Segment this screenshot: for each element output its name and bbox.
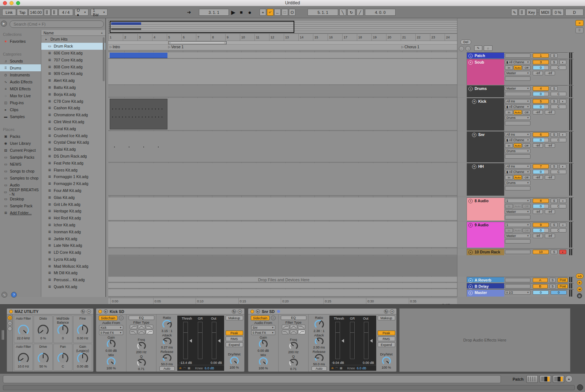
- macro-value[interactable]: 0.00 Hz: [77, 336, 88, 340]
- re-enable-automation-button[interactable]: ←: [274, 9, 281, 16]
- macro-value[interactable]: 22.0 kHz: [17, 336, 30, 340]
- group-icon[interactable]: ≡: [468, 87, 473, 91]
- filter-lowshelf-icon[interactable]: [130, 325, 137, 329]
- q-knob[interactable]: [289, 359, 298, 367]
- activity-view-icon[interactable]: ılı: [179, 366, 181, 370]
- solo-button[interactable]: S: [551, 199, 558, 203]
- list-item[interactable]: ⊞Clint West Kit.adg: [41, 118, 105, 125]
- locator-intro[interactable]: ▷Intro: [110, 45, 120, 49]
- thresh-meter[interactable]: [183, 322, 188, 359]
- input-select[interactable]: All Ins▼: [505, 99, 531, 103]
- stop-button[interactable]: ■: [238, 9, 244, 16]
- scrub-area[interactable]: ▷◁: [108, 41, 457, 45]
- volume-field[interactable]: -inf: [545, 110, 555, 114]
- close-window-button[interactable]: [3, 1, 7, 5]
- device-header[interactable]: MAZ UTILITY ↻▪: [7, 309, 93, 314]
- collapsed-view-icon[interactable]: ▦: [188, 366, 190, 370]
- lane-snr[interactable]: [108, 131, 457, 162]
- midi-channel-select[interactable]: ▮ All Channe▼: [505, 105, 531, 109]
- pan-center[interactable]: C: [551, 65, 566, 70]
- list-item[interactable]: ⊞Cashon Kit.adg: [41, 105, 105, 112]
- solo-button[interactable]: S: [551, 86, 558, 91]
- lane-8-audio[interactable]: [108, 197, 457, 220]
- list-item[interactable]: ⊞Jarble Kit.adg: [41, 235, 105, 242]
- sidebar-item[interactable]: ♫ Sounds: [0, 57, 41, 64]
- pan-knob[interactable]: 0: [533, 170, 549, 174]
- sidebar-item[interactable]: ⊞ Add Folder...: [0, 209, 41, 216]
- fold-icon[interactable]: ▾: [472, 133, 476, 137]
- loop-start-handle[interactable]: ▷: [169, 41, 171, 44]
- list-item[interactable]: ⊞Late Nite Kit.adg: [41, 242, 105, 249]
- solo-button[interactable]: S: [551, 99, 558, 103]
- list-item[interactable]: ⊞Grit Life KIt.adg: [41, 201, 105, 208]
- sidebar-item[interactable]: ▭ NEWS: [0, 161, 41, 167]
- makeup-toggle[interactable]: Makeup: [226, 316, 243, 320]
- filter-highpass-icon[interactable]: [298, 330, 305, 334]
- list-item[interactable]: ⊞Four AM Kit.adg: [41, 187, 105, 194]
- overdub-button[interactable]: +: [260, 9, 266, 16]
- list-item[interactable]: ⊞Coral Kit.adg: [41, 125, 105, 132]
- hot-swap-icon[interactable]: ↻: [81, 309, 85, 314]
- pan-center[interactable]: C: [551, 105, 566, 109]
- input-select[interactable]: All Ins▼: [505, 164, 531, 169]
- tempo-field[interactable]: 140.00: [29, 9, 43, 16]
- macro-value[interactable]: 0 %: [40, 336, 46, 340]
- volume-field[interactable]: -inf: [545, 71, 555, 75]
- routing-box[interactable]: [505, 250, 531, 254]
- auto-release-toggle[interactable]: Auto: [312, 366, 327, 371]
- macro-view-toggle[interactable]: ◎: [8, 316, 12, 320]
- peak-mode-button[interactable]: Peak: [226, 331, 243, 335]
- track-header-master[interactable]: ▸Master ii 1/2▼ 00: [457, 289, 575, 297]
- track-number[interactable]: 10: [533, 250, 549, 254]
- lane-drums-group[interactable]: [108, 85, 457, 97]
- volume-field[interactable]: 0: [551, 290, 567, 295]
- routing-box[interactable]: [505, 215, 531, 219]
- list-item[interactable]: ⊞909 Core Kit.adg: [41, 70, 105, 77]
- unfold-icon[interactable]: ▸: [468, 284, 473, 289]
- solo-button[interactable]: S: [551, 132, 558, 137]
- track-name-10-drum-rack[interactable]: ▸10 Drum Rack: [467, 249, 504, 255]
- out-value[interactable]: 0.00 dB: [363, 361, 374, 365]
- macro-knob[interactable]: [57, 325, 68, 336]
- track-number[interactable]: 7: [533, 164, 549, 169]
- sidebar-item[interactable]: ◷ Instruments: [0, 71, 41, 78]
- list-item[interactable]: ⊞Formaggio 2 Kit.adg: [41, 180, 105, 187]
- input-select[interactable]: 1▼: [505, 199, 531, 203]
- track-name-soub[interactable]: ▾Soub: [467, 59, 504, 85]
- delete-button[interactable]: Del: [460, 39, 471, 45]
- track-number[interactable]: 4: [533, 86, 549, 91]
- device-header[interactable]: ▸ Snr SD ↻▪: [248, 309, 396, 314]
- track-number[interactable]: 9: [533, 223, 549, 227]
- device-on-toggle[interactable]: [250, 310, 254, 313]
- output-select[interactable]: Master▼: [505, 210, 531, 214]
- out-handle-icon[interactable]: [370, 339, 373, 343]
- device-on-toggle[interactable]: [9, 310, 13, 313]
- midi-channel-select[interactable]: ▮ All Channe▼: [505, 60, 531, 64]
- track-name-snr[interactable]: ▾Snr: [467, 131, 504, 162]
- expand-mode-button[interactable]: Expand: [378, 342, 395, 347]
- output-select[interactable]: Master▼: [505, 71, 531, 75]
- lock-envelopes-button[interactable]: ⌂: [484, 45, 492, 51]
- list-scrollbar[interactable]: [103, 37, 105, 81]
- device-panel-grip[interactable]: [2, 330, 4, 340]
- attack-knob[interactable]: [315, 338, 324, 346]
- track-header-a-reverb[interactable]: ▸A Reverb ASPost: [457, 277, 575, 282]
- list-item[interactable]: ⊞Battu Kit.adg: [41, 84, 105, 91]
- list-item[interactable]: ⊞Quark Kit.adg: [41, 283, 105, 290]
- sidebar-item[interactable]: ▤ Current Project: [0, 147, 41, 154]
- sidebar-item[interactable]: ⠿ Drums: [0, 64, 41, 71]
- arm-button[interactable]: ◐: [559, 60, 566, 64]
- gain-knob[interactable]: [107, 340, 116, 348]
- devices-view-toggle[interactable]: −: [8, 327, 12, 331]
- track-number[interactable]: 3: [533, 60, 549, 64]
- save-preset-icon[interactable]: ▪: [390, 309, 394, 314]
- aud-clip-kick[interactable]: [110, 99, 167, 129]
- arm-button[interactable]: ◐: [559, 250, 566, 254]
- sidebar-item[interactable]: ◫ Plug-ins: [0, 99, 41, 106]
- sidebar-item[interactable]: ▭ Samples to chop: [0, 174, 41, 181]
- group-icon[interactable]: ≡: [468, 54, 473, 58]
- list-item[interactable]: ⊞Heritage Kit.adg: [41, 208, 105, 215]
- macro-knob[interactable]: [57, 353, 68, 364]
- pan-knob[interactable]: 0: [533, 228, 549, 233]
- track-number[interactable]: 5: [533, 99, 549, 103]
